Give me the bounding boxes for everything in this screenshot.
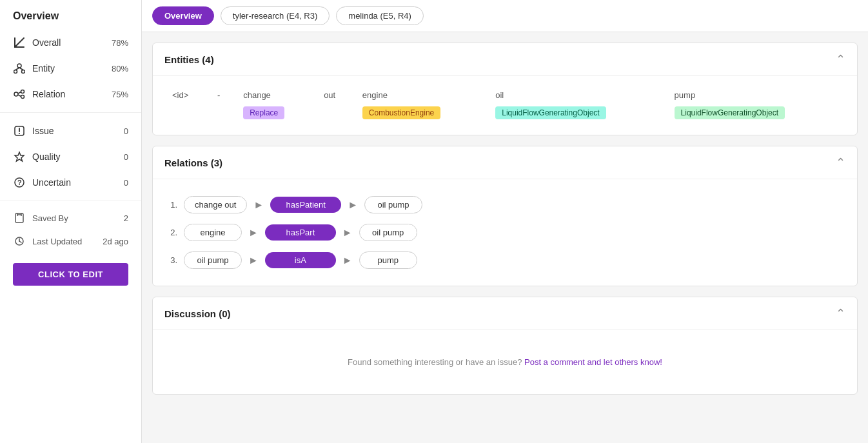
sidebar: Overview Overall 78% Entity 80% <box>0 0 142 443</box>
sidebar-item-uncertain[interactable]: ? Uncertain 0 <box>0 170 141 195</box>
cell-engine: CombustionEngine <box>355 103 488 123</box>
chip-combustion-engine: CombustionEngine <box>362 106 440 119</box>
relation-row-2: 2. engine ► hasPart ► oil pump <box>164 224 845 241</box>
cell-dash <box>210 103 235 123</box>
svg-line-6 <box>15 68 19 70</box>
cell-oil: LiquidFlowGeneratingObject <box>488 103 666 123</box>
relations-list: 1. change out ► hasPatient ► oil pump 2.… <box>164 191 845 274</box>
relation-predicate-2: hasPart <box>265 224 336 241</box>
tab-overview[interactable]: Overview <box>152 6 214 25</box>
arrow-icon-1: ► <box>253 199 264 211</box>
main-scroll-area: Entities (4) ⌃ <id> - change out engine … <box>142 32 868 443</box>
sidebar-issue-label: Issue <box>32 126 117 136</box>
svg-point-4 <box>14 70 17 74</box>
sidebar-entity-label: Entity <box>32 63 105 74</box>
quality-icon <box>13 150 26 163</box>
overall-icon <box>13 36 26 49</box>
svg-line-0 <box>15 38 24 47</box>
sidebar-overall-count: 78% <box>112 38 128 48</box>
relation-predicate-3: isA <box>265 252 336 268</box>
discussion-collapse-button[interactable]: ⌃ <box>836 306 845 320</box>
tab-melinda[interactable]: melinda (E5, R4) <box>336 6 424 25</box>
sidebar-item-overall[interactable]: Overall 78% <box>0 30 141 55</box>
svg-line-11 <box>18 92 21 94</box>
relation-object-2: oil pump <box>359 224 417 241</box>
sidebar-entity-count: 80% <box>112 64 128 74</box>
discussion-title: Discussion (0) <box>164 308 231 319</box>
sidebar-quality-count: 0 <box>124 152 128 162</box>
relation-icon <box>13 88 26 101</box>
svg-point-9 <box>21 90 25 94</box>
svg-line-12 <box>18 95 21 97</box>
svg-point-15 <box>19 133 20 134</box>
relation-object-3: pump <box>359 251 417 269</box>
sidebar-item-relation[interactable]: Relation 75% <box>0 81 141 107</box>
discussion-cta-link[interactable]: Post a comment and let others know! <box>524 357 662 367</box>
relations-collapse-button[interactable]: ⌃ <box>836 155 845 170</box>
discussion-body: Found something interesting or have an i… <box>153 330 857 394</box>
entities-title: Entities (4) <box>164 54 214 65</box>
issue-icon <box>13 124 26 137</box>
arrow-icon-4: ► <box>342 227 353 239</box>
sidebar-title: Overview <box>0 0 141 30</box>
svg-line-25 <box>19 241 21 242</box>
relation-subject-3: oil pump <box>184 251 242 269</box>
clock-icon <box>13 235 26 248</box>
relation-num-1: 1. <box>164 200 177 210</box>
relations-title: Relations (3) <box>164 157 222 168</box>
saved-by-count: 2 <box>124 213 128 223</box>
sidebar-divider <box>0 112 141 113</box>
sidebar-quality-label: Quality <box>32 152 117 162</box>
cell-pump: LiquidFlowGeneratingObject <box>667 103 845 123</box>
entity-icon <box>13 62 26 75</box>
arrow-icon-2: ► <box>348 199 358 211</box>
cell-change: Replace <box>235 103 316 123</box>
relations-section: Relations (3) ⌃ 1. change out ► hasPatie… <box>152 146 858 286</box>
relation-row-1: 1. change out ► hasPatient ► oil pump <box>164 196 845 213</box>
sidebar-relation-count: 75% <box>112 90 128 99</box>
arrow-icon-5: ► <box>248 255 259 266</box>
save-icon <box>13 212 26 224</box>
svg-point-5 <box>22 70 25 74</box>
relation-subject-1: change out <box>184 196 247 213</box>
last-updated-label: Last Updated <box>32 237 96 246</box>
sidebar-item-quality[interactable]: Quality 0 <box>0 144 141 170</box>
svg-point-10 <box>21 95 25 99</box>
arrow-icon-3: ► <box>248 227 259 239</box>
col-change: change <box>235 88 316 103</box>
col-pump: pump <box>667 88 845 103</box>
chip-liquid-flow-1: LiquidFlowGeneratingObject <box>495 106 606 119</box>
svg-point-3 <box>17 64 21 68</box>
click-to-edit-button[interactable]: CLICK TO EDIT <box>13 263 128 286</box>
sidebar-item-issue[interactable]: Issue 0 <box>0 118 141 144</box>
sidebar-overall-label: Overall <box>32 37 105 48</box>
sidebar-uncertain-label: Uncertain <box>32 177 117 188</box>
arrow-icon-6: ► <box>342 255 353 266</box>
relation-row-3: 3. oil pump ► isA ► pump <box>164 251 845 269</box>
col-out: out <box>316 88 355 103</box>
last-updated-value: 2d ago <box>103 237 128 246</box>
col-dash: - <box>210 88 235 103</box>
saved-by-label: Saved By <box>32 213 117 223</box>
col-engine: engine <box>355 88 488 103</box>
relation-predicate-1: hasPatient <box>270 197 341 213</box>
tab-tyler-research[interactable]: tyler-research (E4, R3) <box>221 6 330 25</box>
svg-text:?: ? <box>17 179 22 186</box>
entities-section: Entities (4) ⌃ <id> - change out engine … <box>152 43 858 135</box>
svg-marker-16 <box>15 152 24 161</box>
relation-subject-2: engine <box>184 224 242 241</box>
uncertain-icon: ? <box>13 176 26 189</box>
svg-point-8 <box>14 92 18 96</box>
discussion-section: Discussion (0) ⌃ Found something interes… <box>152 297 858 395</box>
entity-table: <id> - change out engine oil pump <box>164 88 845 123</box>
sidebar-last-updated: Last Updated 2d ago <box>0 230 141 253</box>
entities-collapse-button[interactable]: ⌃ <box>836 52 845 66</box>
sidebar-divider-2 <box>0 201 141 201</box>
cell-id <box>164 103 210 123</box>
sidebar-issue-count: 0 <box>124 126 128 136</box>
entities-header: Entities (4) ⌃ <box>153 43 857 76</box>
sidebar-item-entity[interactable]: Entity 80% <box>0 55 141 81</box>
chip-liquid-flow-2: LiquidFlowGeneratingObject <box>675 106 785 119</box>
relation-num-3: 3. <box>164 255 177 265</box>
relation-object-1: oil pump <box>364 196 422 213</box>
